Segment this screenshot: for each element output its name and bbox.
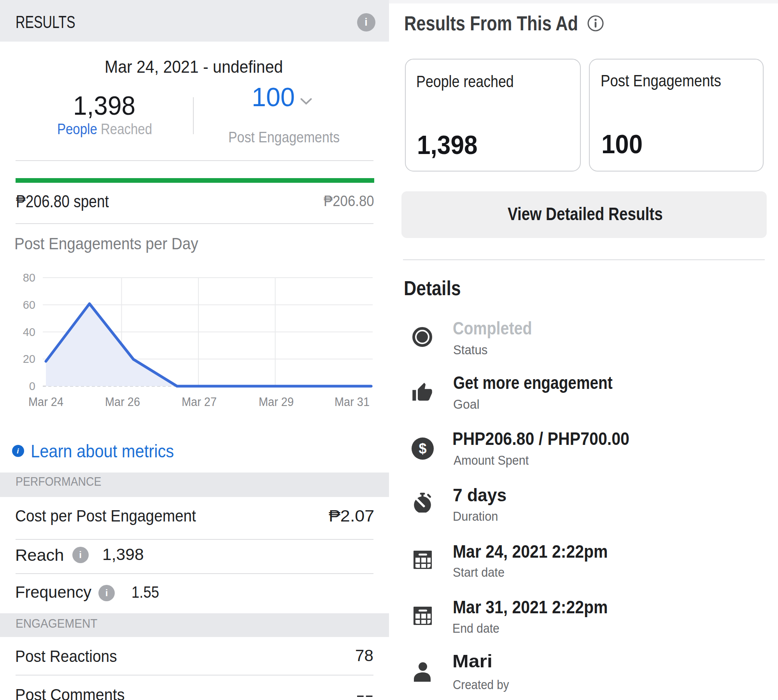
- svg-text:20: 20: [23, 353, 35, 365]
- svg-text:$: $: [419, 441, 426, 457]
- svg-text:Mar 29: Mar 29: [259, 395, 294, 409]
- svg-text:Mar 26: Mar 26: [105, 395, 140, 409]
- svg-text:40: 40: [23, 326, 35, 338]
- svg-text:80: 80: [23, 271, 35, 284]
- svg-text:60: 60: [23, 299, 35, 311]
- svg-text:Mar 24: Mar 24: [28, 395, 63, 409]
- svg-text:Mar 27: Mar 27: [182, 395, 217, 409]
- svg-text:0: 0: [29, 380, 35, 392]
- svg-text:Mar 31: Mar 31: [335, 395, 370, 409]
